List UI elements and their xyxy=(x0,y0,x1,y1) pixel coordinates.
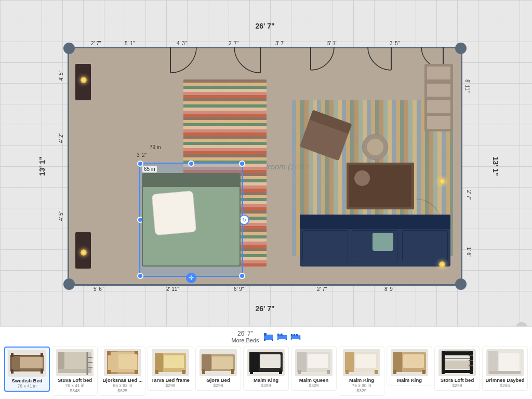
wall-seg-left-3: 4' 5" xyxy=(58,211,64,221)
furniture-card-stuva-loft[interactable]: Stuva Loft bed76 x 41 in$348 xyxy=(52,347,98,396)
furniture-card-img-swedish-bed xyxy=(8,350,46,377)
furniture-card-malm-king3[interactable]: Malm King xyxy=(387,347,432,385)
lamp-top-left[interactable] xyxy=(81,77,87,83)
wall-unit-right[interactable] xyxy=(424,64,453,131)
svg-rect-57 xyxy=(249,352,259,372)
furniture-card-dims-swedish-bed: 76 x 41 in xyxy=(18,383,37,389)
corner-bl xyxy=(63,278,75,290)
svg-rect-47 xyxy=(155,353,163,372)
door-arc-3 xyxy=(311,47,339,75)
furniture-strip[interactable]: Swedish Bed76 x 41 inStuva Loft bed76 x … xyxy=(0,344,532,399)
svg-rect-63 xyxy=(308,354,328,368)
wall-seg-bot-4: 2' 7" xyxy=(317,286,327,292)
furniture-card-tarva[interactable]: Tarva Bed frame$299 xyxy=(148,347,193,391)
wall-seg-left-1: 4' 5" xyxy=(58,71,64,81)
furniture-card-img-malm-king3 xyxy=(391,349,428,376)
svg-rect-73 xyxy=(403,354,424,368)
svg-rect-67 xyxy=(345,352,354,372)
furniture-card-brimnes-daybed2[interactable]: Brimnes Daybed63 x 77 in$265 xyxy=(530,347,532,396)
svg-rect-29 xyxy=(11,353,14,357)
furniture-card-price-malm-king2: $329 xyxy=(357,388,367,393)
svg-rect-68 xyxy=(355,354,376,368)
door-arc-4 xyxy=(363,47,391,75)
svg-rect-43 xyxy=(107,351,111,355)
wall-seg-top-3: 4' 3" xyxy=(177,41,187,46)
bottom-panel-header: 26' 7" More Beds xyxy=(0,327,532,344)
svg-rect-20 xyxy=(296,334,298,336)
svg-rect-48 xyxy=(164,355,184,368)
furniture-card-malm-king2[interactable]: Malm King76 x 80 in$329 xyxy=(339,347,384,396)
side-table-round[interactable] xyxy=(362,134,388,160)
wall-seg-right-2: 2' 7" xyxy=(466,190,472,200)
furniture-card-img-gjora xyxy=(200,349,237,376)
wall-seg-right-1: 8' 11" xyxy=(464,79,470,92)
dim-bottom: 26' 7" xyxy=(255,304,274,313)
furniture-card-price-stora-loft: $299 xyxy=(453,383,462,388)
svg-rect-87 xyxy=(488,351,498,374)
svg-rect-41 xyxy=(107,370,111,374)
svg-rect-33 xyxy=(58,369,91,373)
sofa[interactable] xyxy=(300,215,450,267)
bed-single-icon[interactable] xyxy=(263,332,274,341)
lamp-right-bottom[interactable] xyxy=(439,261,445,268)
bed-double-icon[interactable] xyxy=(277,332,287,341)
svg-rect-26 xyxy=(11,369,14,374)
furniture-card-malm-king[interactable]: Malm King$399 xyxy=(243,347,289,391)
bed-main[interactable] xyxy=(142,173,241,267)
furniture-card-name-swedish-bed: Swedish Bed xyxy=(11,378,42,383)
furniture-card-img-stora-loft xyxy=(438,349,476,376)
furniture-card-price-malm-queen: $329 xyxy=(309,383,319,388)
furniture-card-malm-queen[interactable]: Malm Queen$329 xyxy=(291,347,337,391)
room: Bedroom (348 ft²) xyxy=(68,47,462,286)
furniture-card-img-stuva-loft xyxy=(56,349,94,376)
resize-handle-bl[interactable] xyxy=(137,273,143,279)
corner-br xyxy=(455,278,467,290)
canvas-area[interactable]: 26' 7" 26' 7" 13' 1" 13' 1" 2' 7" 5' 1" … xyxy=(0,0,532,326)
svg-rect-64 xyxy=(298,370,301,374)
furniture-card-img-bjorksnas xyxy=(104,349,141,376)
svg-rect-74 xyxy=(393,370,396,374)
wall-seg-top-2: 5' 1" xyxy=(125,41,135,46)
furniture-card-img-malm-queen xyxy=(295,349,332,376)
furniture-card-price-stuva-loft: $348 xyxy=(70,388,80,393)
furniture-card-name-tarva: Tarva Bed frame xyxy=(151,377,190,383)
wall-seg-top-1: 2' 7" xyxy=(91,41,101,46)
svg-rect-58 xyxy=(260,354,281,368)
wall-seg-right-3: 1' 6" xyxy=(466,247,472,257)
svg-rect-30 xyxy=(41,353,43,357)
svg-rect-18 xyxy=(290,334,292,336)
move-handle[interactable]: ✛ xyxy=(186,273,196,283)
bottom-panel: 26' 7" More Beds xyxy=(0,326,532,399)
resize-handle-br[interactable] xyxy=(239,273,245,279)
resize-handle-tr[interactable] xyxy=(239,161,245,167)
svg-rect-59 xyxy=(250,370,253,374)
panel-title: 26' 7" More Beds xyxy=(231,330,259,343)
wall-seg-top-6: 5' 1" xyxy=(327,41,337,46)
rotate-handle[interactable]: ↻ xyxy=(239,215,249,225)
furniture-card-gjora[interactable]: Gjöra Bed$299 xyxy=(195,347,241,391)
door-arc-1 xyxy=(170,47,202,78)
coffee-table[interactable] xyxy=(347,163,414,209)
furniture-card-swedish-bed[interactable]: Swedish Bed76 x 41 in xyxy=(4,347,50,392)
furniture-card-name-malm-king3: Malm King xyxy=(397,377,422,383)
svg-rect-50 xyxy=(182,370,185,374)
svg-rect-45 xyxy=(118,354,137,369)
svg-rect-65 xyxy=(327,370,330,374)
dim-top: 26' 7" xyxy=(255,22,274,30)
furniture-card-brimnes-daybed[interactable]: Brimnes Daybed$265 xyxy=(482,347,528,391)
svg-rect-55 xyxy=(231,369,234,374)
furniture-card-price-malm-king: $399 xyxy=(261,383,271,388)
lamp-right-top[interactable] xyxy=(439,178,445,184)
resize-handle-tm[interactable] xyxy=(188,161,194,167)
bed-king-icon[interactable] xyxy=(290,332,301,341)
furniture-card-bjorksnas[interactable]: Björksnäs Bed ...65 x 83 in$625 xyxy=(100,347,145,396)
wall-seg-top-4: 2' 7" xyxy=(229,41,238,46)
dim-left: 13' 1" xyxy=(38,156,46,176)
svg-rect-15 xyxy=(277,339,278,340)
svg-rect-75 xyxy=(422,370,425,374)
furniture-card-stora-loft[interactable]: Stora Loft bed$299 xyxy=(434,347,480,391)
furniture-card-dims-stuva-loft: 76 x 41 in xyxy=(65,383,85,388)
lamp-bottom-left[interactable] xyxy=(81,249,87,256)
bed-pillow xyxy=(152,191,197,236)
svg-rect-88 xyxy=(499,353,520,371)
